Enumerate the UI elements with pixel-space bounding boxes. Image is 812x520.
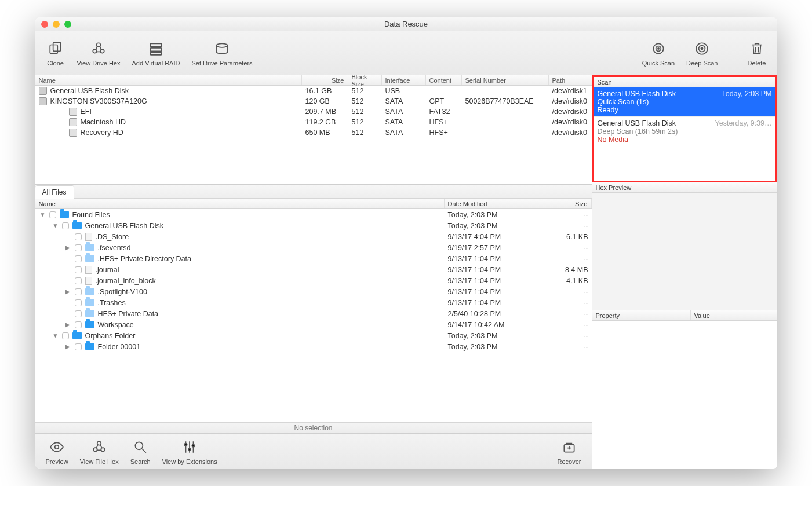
file-row[interactable]: ▶ Workspace 9/14/17 10:42 AM -- [35,319,592,330]
file-date: 9/13/17 1:04 PM [445,266,552,274]
zoom-icon[interactable] [64,21,71,28]
drive-row[interactable]: Macintosh HD 119.2 GB 512 SATA HFS+ /dev… [35,117,592,127]
file-row[interactable]: .journal 9/13/17 1:04 PM 8.4 MB [35,264,592,275]
checkbox[interactable] [75,233,82,240]
col-header-content[interactable]: Content [426,75,462,85]
checkbox[interactable] [75,255,82,262]
file-size: -- [552,222,592,230]
disk-icon [69,108,77,116]
col-header-path[interactable]: Path [549,75,592,85]
folder-icon [72,332,82,339]
disclosure-triangle[interactable]: ▼ [53,332,59,339]
disclosure-triangle[interactable]: ▼ [40,211,46,218]
checkbox[interactable] [62,332,69,339]
drive-row[interactable]: EFI 209.7 MB 512 SATA FAT32 /dev/rdisk0 [35,107,592,117]
view-drive-hex-button[interactable]: View Drive Hex [71,38,126,69]
trash-icon [747,40,767,57]
prop-col-header[interactable]: Property [592,310,691,320]
scan-item-sub: Deep Scan (16h 59m 2s) [598,127,772,136]
disclosure-triangle[interactable]: ▶ [65,244,71,251]
drive-row[interactable]: KINGSTON SV300S37A120G 120 GB 512 SATA G… [35,96,592,107]
add-virtual-raid-button[interactable]: Add Virtual RAID [126,38,186,69]
recover-button[interactable]: Recover [552,436,587,467]
svg-rect-7 [150,52,162,54]
svg-point-19 [135,442,143,449]
file-row[interactable]: ▶ .Spotlight-V100 9/13/17 1:04 PM -- [35,286,592,297]
tab-all-files[interactable]: All Files [35,185,74,199]
quick-scan-button[interactable]: Quick Scan [636,38,680,69]
col-header-serial[interactable]: Serial Number [462,75,549,85]
clone-button[interactable]: Clone [40,38,71,69]
scan-item-selected[interactable]: General USB Flash DiskToday, 2:03 PM Qui… [594,87,775,116]
checkbox[interactable] [75,244,82,251]
checkbox[interactable] [75,277,82,284]
drives-header: Name Size Block Size Interface Content S… [35,75,592,86]
add-virtual-raid-label: Add Virtual RAID [132,60,180,67]
drives-body: General USB Flash Disk 16.1 GB 512 USB /… [35,86,592,138]
file-date: 9/19/17 2:57 PM [445,244,552,252]
file-date: 2/5/40 10:28 PM [445,310,552,318]
file-date: Today, 2:03 PM [445,211,552,219]
file-row[interactable]: ▼ Found Files Today, 2:03 PM -- [35,209,592,220]
col-header-interface[interactable]: Interface [382,75,426,85]
file-date: 9/13/17 4:04 PM [445,233,552,241]
disclosure-triangle[interactable]: ▶ [65,321,71,328]
search-button[interactable]: Search [125,436,156,467]
close-icon[interactable] [41,21,48,28]
file-row[interactable]: HFS+ Private Data 2/5/40 10:28 PM -- [35,308,592,319]
view-by-extensions-button[interactable]: View by Extensions [156,436,223,467]
sliders-icon [180,438,199,456]
checkbox[interactable] [75,310,82,317]
hex-icon [89,40,108,57]
val-col-header[interactable]: Value [691,310,777,320]
deep-scan-button[interactable]: Deep Scan [680,38,723,69]
view-file-hex-button[interactable]: View File Hex [74,436,125,467]
file-row[interactable]: .HFS+ Private Directory Data 9/13/17 1:0… [35,253,592,264]
scan-item-status: Ready [598,106,772,114]
file-name-label: .journal [96,266,119,274]
col-header-name[interactable]: Name [35,75,302,85]
file-row[interactable]: .Trashes 9/13/17 1:04 PM -- [35,297,592,308]
file-row[interactable]: ▼ General USB Flash Disk Today, 2:03 PM … [35,220,592,231]
minimize-icon[interactable] [53,21,60,28]
file-name-label: .fseventsd [98,244,131,252]
drive-row[interactable]: General USB Flash Disk 16.1 GB 512 USB /… [35,86,592,96]
disclosure-triangle[interactable]: ▼ [53,222,59,229]
checkbox[interactable] [75,299,82,306]
file-row[interactable]: ▶ .fseventsd 9/19/17 2:57 PM -- [35,242,592,253]
set-drive-params-button[interactable]: Set Drive Parameters [185,38,258,69]
disclosure-triangle[interactable]: ▶ [65,288,71,295]
files-col-size[interactable]: Size [552,199,592,208]
files-col-date[interactable]: Date Modified [445,199,552,208]
file-size: -- [552,343,592,351]
checkbox[interactable] [75,321,82,328]
file-row[interactable]: .DS_Store 9/13/17 4:04 PM 6.1 KB [35,231,592,242]
folder-icon [85,299,94,306]
file-size: 6.1 KB [552,233,592,241]
files-col-name[interactable]: Name [35,199,445,208]
col-header-size[interactable]: Size [302,75,348,85]
svg-rect-0 [50,45,57,53]
file-row[interactable]: ▼ Orphans Folder Today, 2:03 PM -- [35,330,592,341]
checkbox[interactable] [75,343,82,350]
scan-item[interactable]: General USB Flash DiskYesterday, 9:39… D… [594,116,775,146]
col-header-blocksize[interactable]: Block Size [348,75,382,85]
checkbox[interactable] [49,211,56,218]
preview-button[interactable]: Preview [40,436,74,467]
delete-button[interactable]: Delete [741,38,773,69]
preview-label: Preview [46,458,68,465]
file-name-label: Workspace [98,321,134,329]
disk-icon [69,129,77,137]
drive-row[interactable]: Recovery HD 650 MB 512 SATA HFS+ /dev/rd… [35,127,592,138]
file-row[interactable]: ▶ Folder 00001 Today, 2:03 PM -- [35,341,592,352]
file-icon [85,277,92,285]
drive-name: KINGSTON SV300S37A120G [50,97,147,105]
checkbox[interactable] [75,266,82,273]
disclosure-triangle[interactable]: ▶ [65,343,71,350]
checkbox[interactable] [62,222,69,229]
file-row[interactable]: .journal_info_block 9/13/17 1:04 PM 4.1 … [35,275,592,286]
checkbox[interactable] [75,288,82,295]
set-drive-params-label: Set Drive Parameters [191,60,252,67]
file-name-label: .DS_Store [96,233,129,241]
quick-scan-icon [649,40,668,57]
